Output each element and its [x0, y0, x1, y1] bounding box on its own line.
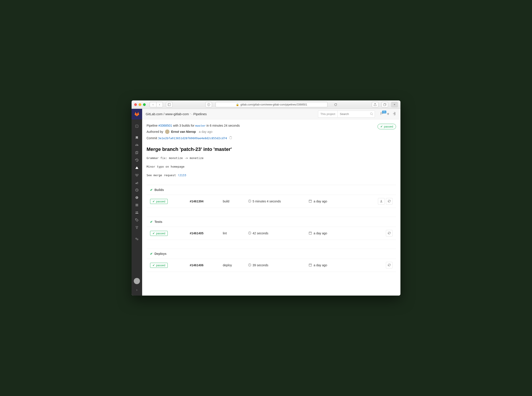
- search-icon: [370, 112, 373, 116]
- sidebar-expand-button[interactable]: ›: [132, 286, 142, 293]
- new-menu-button[interactable]: +: [385, 112, 391, 116]
- build-id[interactable]: #1461394: [190, 199, 223, 203]
- search-wrap: This project: [318, 111, 375, 118]
- share-button[interactable]: [372, 102, 378, 107]
- build-row: ✔passed#1461406deploy39 secondsa day ago: [147, 259, 396, 272]
- author-avatar[interactable]: [165, 129, 170, 134]
- author-name[interactable]: Ernst van Nierop: [171, 130, 196, 134]
- gitlab-logo[interactable]: [132, 109, 142, 119]
- maximize-window-button[interactable]: [143, 103, 146, 106]
- sidebar-item-merge[interactable]: [132, 201, 142, 209]
- stage-block: ✔Deploys✔passed#1461406deploy39 secondsa…: [142, 249, 400, 272]
- stage-name: Tests: [154, 220, 162, 224]
- back-button[interactable]: ‹: [150, 102, 156, 107]
- chevron-down-icon[interactable]: ˅: [190, 113, 191, 116]
- build-status-badge: ✔passed: [150, 199, 168, 204]
- breadcrumb-page: Pipelines: [193, 112, 207, 116]
- sidebar-item-pipelines[interactable]: [132, 164, 142, 171]
- sidebar-icon: [168, 103, 171, 106]
- stage-block: ✔Tests✔passed#1461405lint42 secondsa day…: [142, 217, 400, 240]
- author-line: Authored by Ernst van Nierop a day ago: [147, 129, 240, 134]
- fork-icon: [136, 226, 138, 229]
- main-layout: › Pipeline #3368501 with 3 builds for ma…: [132, 119, 400, 296]
- build-id[interactable]: #1461405: [190, 232, 223, 235]
- svg-point-17: [136, 219, 136, 220]
- forward-button[interactable]: ›: [156, 102, 163, 107]
- clock-icon: [135, 188, 138, 192]
- url-bar[interactable]: 🔒 gitlab.com/gitlab-com/www-gitlab-com/p…: [216, 102, 328, 107]
- check-icon: ✔: [150, 188, 153, 192]
- check-icon: ✔: [153, 232, 155, 235]
- close-window-button[interactable]: [134, 103, 137, 106]
- sidebar-item-milestones[interactable]: [132, 186, 142, 194]
- commit-sha-link[interactable]: 3e1e2bfa013651d28f60609ae4e8d2c855d2cd74: [158, 137, 227, 140]
- breadcrumb-project[interactable]: www-gitlab-com: [165, 112, 189, 116]
- download-artifacts-button[interactable]: [378, 198, 384, 205]
- svg-rect-28: [309, 200, 312, 202]
- sidebar-bottom: ›: [132, 276, 142, 296]
- svg-rect-8: [136, 125, 138, 128]
- history-icon: [135, 158, 139, 162]
- retry-build-button[interactable]: [386, 198, 392, 205]
- pipeline-id-link[interactable]: #3368501: [159, 124, 172, 127]
- minimize-window-button[interactable]: [139, 103, 141, 106]
- reload-button[interactable]: [332, 102, 339, 107]
- sidebar-item-project[interactable]: [132, 134, 142, 141]
- search-scope-button[interactable]: This project: [318, 111, 337, 118]
- dashboard-icon: [135, 143, 139, 147]
- copy-sha-button[interactable]: [229, 136, 232, 140]
- nav-buttons: ‹ ›: [150, 102, 163, 107]
- sidebar-item-issues[interactable]: [132, 194, 142, 201]
- retry-build-button[interactable]: [386, 262, 392, 268]
- retry-icon: [388, 232, 391, 235]
- sidebar-item-registry[interactable]: [132, 171, 142, 179]
- check-icon: ✔: [153, 200, 155, 203]
- gitlab-logo-icon: [134, 111, 140, 117]
- info-icon: [207, 103, 210, 106]
- build-finished: a day ago: [313, 232, 327, 235]
- commit-line: Commit 3e1e2bfa013651d28f60609ae4e8d2c85…: [147, 136, 240, 140]
- sidebar-item-commits[interactable]: [132, 156, 142, 164]
- calendar-icon: [309, 199, 312, 203]
- build-duration: 5 minutes 4 seconds: [253, 199, 281, 203]
- build-status-badge: ✔passed: [150, 231, 168, 236]
- sidebar-item-graphs[interactable]: [132, 179, 142, 186]
- svg-point-24: [137, 239, 138, 240]
- todos-button[interactable]: 71: [379, 112, 384, 116]
- build-name[interactable]: deploy: [223, 263, 248, 267]
- sidebar-collapse-button[interactable]: [132, 122, 142, 130]
- new-tab-button[interactable]: +: [391, 102, 398, 107]
- download-icon: [380, 199, 383, 203]
- sidebar-item-settings[interactable]: [132, 235, 142, 243]
- stage-header: ✔Deploys: [147, 249, 396, 259]
- tabs-button[interactable]: [381, 102, 388, 107]
- build-id[interactable]: #1461406: [190, 263, 223, 267]
- retry-icon: [388, 263, 391, 267]
- retry-build-button[interactable]: [386, 230, 392, 237]
- breadcrumb-org[interactable]: GitLab.com: [146, 112, 163, 116]
- sidebar-item-files[interactable]: [132, 149, 142, 156]
- sidebar-item-wiki[interactable]: [132, 224, 142, 231]
- svg-point-23: [136, 238, 136, 239]
- svg-point-18: [136, 226, 137, 227]
- pipeline-info: Pipeline #3368501 with 3 builds for mast…: [147, 124, 240, 142]
- calendar-icon: [309, 232, 312, 235]
- user-avatar[interactable]: [134, 278, 140, 284]
- search-input[interactable]: [337, 111, 375, 118]
- reader-button[interactable]: [205, 102, 212, 107]
- stage-header: ✔Tests: [147, 217, 396, 227]
- status-badge: ✔ passed: [378, 124, 396, 129]
- sidebar-item-activity[interactable]: [132, 141, 142, 149]
- sidebar-toggle-button[interactable]: [166, 102, 172, 107]
- build-name[interactable]: lint: [223, 232, 248, 235]
- tabs-icon: [383, 103, 386, 106]
- clock-icon: [248, 232, 251, 235]
- sidebar-item-labels[interactable]: [132, 216, 142, 224]
- merge-request-link[interactable]: !2133: [178, 174, 186, 177]
- breadcrumb: GitLab.com / www-gitlab-com ˅ · Pipeline…: [142, 112, 318, 116]
- tags-icon: [135, 218, 138, 221]
- signout-button[interactable]: [392, 112, 397, 116]
- branch-link[interactable]: master: [195, 124, 206, 127]
- build-name[interactable]: build: [223, 199, 248, 203]
- sidebar-item-members[interactable]: [132, 209, 142, 216]
